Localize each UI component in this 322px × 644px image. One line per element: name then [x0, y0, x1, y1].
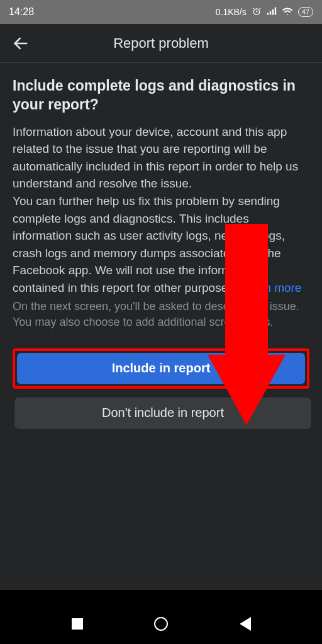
svg-rect-3: [272, 9, 274, 14]
battery-indicator: 47: [298, 7, 313, 17]
nav-back-icon[interactable]: [240, 617, 251, 631]
content-heading: Include complete logs and diagnostics in…: [13, 77, 309, 114]
svg-rect-1: [267, 13, 269, 14]
include-button[interactable]: Include in report: [17, 353, 305, 384]
button-group: Include in report Don't include in repor…: [13, 348, 309, 429]
learn-more-link[interactable]: Learn more: [240, 281, 301, 294]
subnote-text: On the next screen, you'll be asked to d…: [13, 299, 309, 330]
page-title: Report problem: [31, 35, 291, 52]
exclude-button[interactable]: Don't include in report: [14, 397, 311, 429]
nav-home-icon[interactable]: [154, 617, 168, 631]
svg-rect-2: [270, 11, 271, 15]
main-content: Include complete logs and diagnostics in…: [0, 63, 322, 590]
status-bar: 14:28 0.1KB/s 47: [0, 0, 322, 24]
paragraph-2: You can further help us fix this problem…: [13, 194, 285, 294]
paragraph-1: Information about your device, account a…: [13, 125, 298, 191]
status-speed: 0.1KB/s: [216, 7, 247, 17]
signal-icon: [267, 6, 277, 18]
android-nav-bar: [0, 604, 322, 644]
content-body: Information about your device, account a…: [13, 123, 309, 296]
svg-rect-4: [275, 7, 276, 14]
alarm-icon: [252, 6, 262, 18]
status-time: 14:28: [9, 6, 34, 18]
nav-recent-icon[interactable]: [72, 618, 83, 630]
include-button-highlight: Include in report: [13, 348, 309, 389]
back-button[interactable]: [10, 33, 31, 54]
wifi-icon: [282, 6, 293, 18]
app-header: Report problem: [0, 24, 322, 63]
